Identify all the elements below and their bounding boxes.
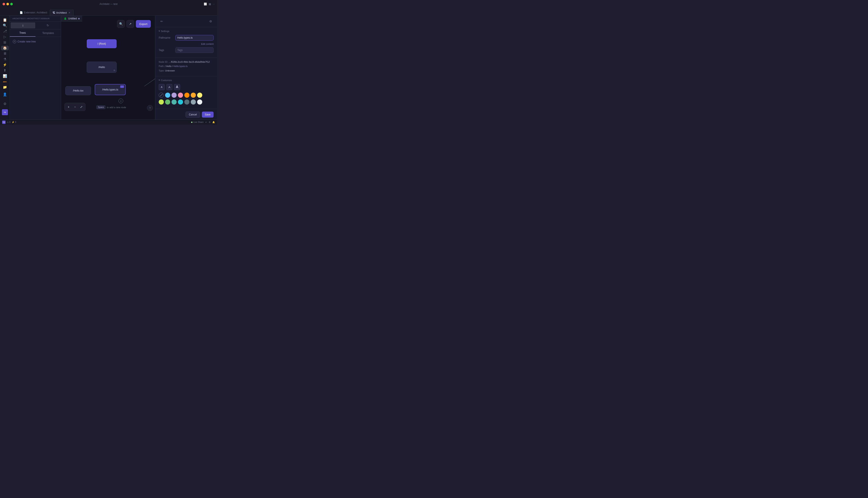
activity-profile[interactable]: 👤 [1,91,9,98]
cancel-button[interactable]: Cancel [186,112,200,118]
color-gray-dark[interactable] [184,100,190,105]
color-pink[interactable] [178,93,183,98]
node-hello-label: /Hello [99,66,105,69]
activity-lightning[interactable]: ⚡ [1,63,9,67]
architect-tab-icon: 🏗 [53,11,55,14]
window-title: Architekt — test [100,2,118,5]
search-button[interactable]: 🔍 [117,20,125,28]
color-none[interactable] [159,93,164,98]
color-cyan[interactable] [178,100,183,105]
color-lime[interactable] [159,100,164,105]
subtab-label: Untitled [68,17,77,20]
add-node-button[interactable]: + [118,99,123,103]
tree-icon: 🌲 [64,17,67,20]
close-window-button[interactable] [2,3,5,5]
node-hello[interactable]: /Hello ⧉ [87,62,117,73]
type-label: Type: [159,69,164,72]
activity-files[interactable]: 📁 [1,85,9,90]
path-highlight: Hello.types.ts [174,65,188,67]
titlebar: Architekt — test ⬜ ▦ ··· [0,0,217,8]
activity-aws[interactable]: aws [1,79,9,84]
activity-extensions[interactable]: ⊞ [1,40,9,44]
tab-templates[interactable]: Templates [36,29,61,37]
export-button[interactable]: Export [136,20,151,28]
layout-icon[interactable]: ▦ [209,2,211,5]
zoom-in-button[interactable]: + [66,104,72,110]
color-gray[interactable] [191,100,196,105]
activity-flask[interactable]: ⚗ [1,57,9,62]
sidebar-nav-sort[interactable]: ↕ [11,23,35,28]
customize-section: ▾ Customize A A A [155,76,217,109]
font-size-medium[interactable]: A [166,84,173,90]
help-button[interactable]: ? [147,105,153,111]
activity-bottom: 👤 ⚙ YS [1,91,9,118]
minimize-window-button[interactable] [7,3,9,5]
tab-extension[interactable]: 📄 Extension: Archittect [17,10,50,16]
activity-analytics[interactable]: 📊 [1,74,9,78]
maximize-window-button[interactable] [10,3,13,5]
create-new-tree-button[interactable]: + Create new tree [12,39,59,44]
tags-label: Tags [159,49,174,52]
settings-icon[interactable]: ⚙ [208,18,214,24]
activity-settings[interactable]: ⚙ [1,100,9,107]
node-id-label: Node ID: [159,61,168,63]
edit-content-link[interactable]: Edit content [159,43,214,45]
color-blue[interactable] [165,93,170,98]
type-row: Type: Unknown [159,69,214,72]
share-button[interactable]: ↗ [126,20,134,28]
color-purple[interactable] [171,93,177,98]
font-size-small[interactable]: A [159,84,165,90]
settings-statusbar-icon[interactable]: ⚙ [209,121,210,123]
color-teal[interactable] [171,100,177,105]
color-yellow-orange[interactable] [191,93,196,98]
sidebar: ARCHITTECT: ARCHITTECT SIDEBAR ↕ ↻ Trees… [10,16,61,119]
sidebar-tabs: Trees Templates [10,29,61,37]
copy-icon: ⧉ [114,69,115,72]
node-hello-types[interactable]: ··· /Hello.types.ts [95,84,126,95]
tags-input[interactable]: Tags [175,47,214,53]
add-hint-text: to add a new node [107,106,126,109]
node-hello-types-label: /Hello.types.ts [102,88,118,91]
tab-architect[interactable]: 🏗 Archittect ✕ [50,10,74,16]
tab-bar: 📄 Extension: Archittect 🏗 Archittect ✕ [0,8,217,16]
templates-tab-label: Templates [42,31,54,35]
undo-icon[interactable]: ↩ [205,121,207,123]
bell-icon[interactable]: 🔔 [212,121,215,123]
font-size-row: A A A [159,84,214,90]
save-button[interactable]: Save [202,112,214,118]
node-menu-indicator: ··· [120,86,124,88]
tab-trees[interactable]: Trees [10,29,36,37]
edit-icon[interactable]: ✏ [159,18,165,24]
customize-title: ▾ Customize [159,79,214,81]
plus-circle-icon: + [13,40,16,43]
sidebar-toggle-icon[interactable]: ⬜ [204,2,207,5]
color-green[interactable] [165,100,170,105]
zoom-out-button[interactable]: − [72,104,78,110]
color-row-2 [159,100,214,105]
live-share-indicator[interactable]: Live Share [191,121,204,123]
activity-deploy[interactable]: ⬆ [1,68,9,73]
settings-title-text: Settings [161,30,169,32]
activity-explorer[interactable]: 📋 [1,17,9,22]
more-icon[interactable]: ··· [213,2,215,5]
canvas-toolbar: 🔍 ↗ Export [117,20,151,28]
node-hello-tsx[interactable]: /Hello.tsx [65,86,91,95]
font-size-large[interactable]: A [174,84,180,90]
live-share-label: Live Share [193,121,204,123]
activity-remote[interactable]: 🖥 [1,51,9,56]
fullscreen-button[interactable]: ⤢ [78,104,84,110]
activity-run[interactable]: ▷ [1,34,9,39]
activity-source-control[interactable]: ⎇ [1,29,9,34]
activity-search[interactable]: 🔍 [1,23,9,28]
color-white[interactable] [197,100,202,105]
pathname-input[interactable] [175,35,214,41]
node-root[interactable]: / (Root) [87,39,117,48]
activity-brand[interactable]: YS [2,109,8,115]
close-tab-icon[interactable]: ✕ [68,11,71,14]
sidebar-nav-refresh[interactable]: ↻ [36,23,60,28]
canvas-subtab[interactable]: 🌲 Untitled [61,16,82,22]
color-yellow[interactable] [197,93,202,98]
zoom-controls: + − ⤢ [64,103,86,111]
activity-architect[interactable]: 🏠 [1,45,9,50]
color-orange[interactable] [184,93,190,98]
